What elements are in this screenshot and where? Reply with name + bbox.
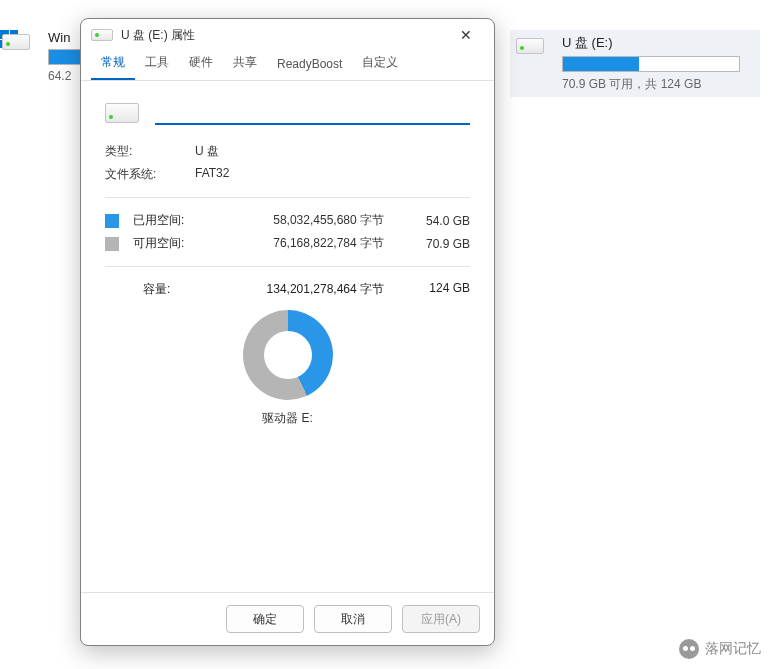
- capacity-hr: 124 GB: [400, 281, 470, 298]
- tab-hardware[interactable]: 硬件: [179, 48, 223, 80]
- titlebar[interactable]: U 盘 (E:) 属性 ✕: [81, 19, 494, 51]
- tab-content-general: 类型: U 盘 文件系统: FAT32 已用空间: 58,032,455,680…: [81, 81, 494, 592]
- volume-label-input[interactable]: [155, 101, 470, 125]
- drive-tile-usb[interactable]: U 盘 (E:) 70.9 GB 可用，共 124 GB: [510, 30, 760, 97]
- divider: [105, 266, 470, 267]
- used-bytes: 58,032,455,680 字节: [250, 212, 390, 229]
- tab-strip: 常规 工具 硬件 共享 ReadyBoost 自定义: [81, 51, 494, 81]
- dialog-footer: 确定 取消 应用(A): [81, 592, 494, 645]
- donut-label: 驱动器 E:: [105, 410, 470, 427]
- ok-button[interactable]: 确定: [226, 605, 304, 633]
- type-label: 类型:: [105, 143, 177, 160]
- usage-donut-chart: [243, 310, 333, 400]
- free-hr: 70.9 GB: [400, 237, 470, 251]
- capacity-label: 容量:: [143, 281, 240, 298]
- free-label: 可用空间:: [133, 235, 240, 252]
- used-swatch-icon: [105, 214, 119, 228]
- watermark: 落网记忆: [679, 639, 761, 659]
- free-bytes: 76,168,822,784 字节: [250, 235, 390, 252]
- dialog-title: U 盘 (E:) 属性: [121, 27, 440, 44]
- wechat-icon: [679, 639, 699, 659]
- filesystem-label: 文件系统:: [105, 166, 177, 183]
- drive-icon: [2, 34, 30, 50]
- drive-icon: [91, 29, 113, 41]
- free-swatch-icon: [105, 237, 119, 251]
- tab-readyboost[interactable]: ReadyBoost: [267, 51, 352, 80]
- watermark-text: 落网记忆: [705, 640, 761, 658]
- used-label: 已用空间:: [133, 212, 240, 229]
- used-space-row: 已用空间: 58,032,455,680 字节 54.0 GB: [105, 212, 470, 229]
- drive-icon: [105, 103, 139, 123]
- properties-dialog: U 盘 (E:) 属性 ✕ 常规 工具 硬件 共享 ReadyBoost 自定义…: [80, 18, 495, 646]
- drive-usage-text: 70.9 GB 可用，共 124 GB: [562, 76, 740, 93]
- filesystem-value: FAT32: [195, 166, 229, 183]
- divider: [105, 197, 470, 198]
- tab-general[interactable]: 常规: [91, 48, 135, 80]
- type-value: U 盘: [195, 143, 219, 160]
- capacity-row: 容量: 134,201,278,464 字节 124 GB: [105, 281, 470, 298]
- close-button[interactable]: ✕: [448, 23, 484, 47]
- drive-icon: [516, 38, 544, 54]
- cancel-button[interactable]: 取消: [314, 605, 392, 633]
- tab-tools[interactable]: 工具: [135, 48, 179, 80]
- tab-sharing[interactable]: 共享: [223, 48, 267, 80]
- tab-custom[interactable]: 自定义: [352, 48, 408, 80]
- free-space-row: 可用空间: 76,168,822,784 字节 70.9 GB: [105, 235, 470, 252]
- capacity-bytes: 134,201,278,464 字节: [250, 281, 390, 298]
- drive-name: U 盘 (E:): [562, 34, 740, 52]
- used-hr: 54.0 GB: [400, 214, 470, 228]
- apply-button[interactable]: 应用(A): [402, 605, 480, 633]
- usage-bar: [562, 56, 740, 72]
